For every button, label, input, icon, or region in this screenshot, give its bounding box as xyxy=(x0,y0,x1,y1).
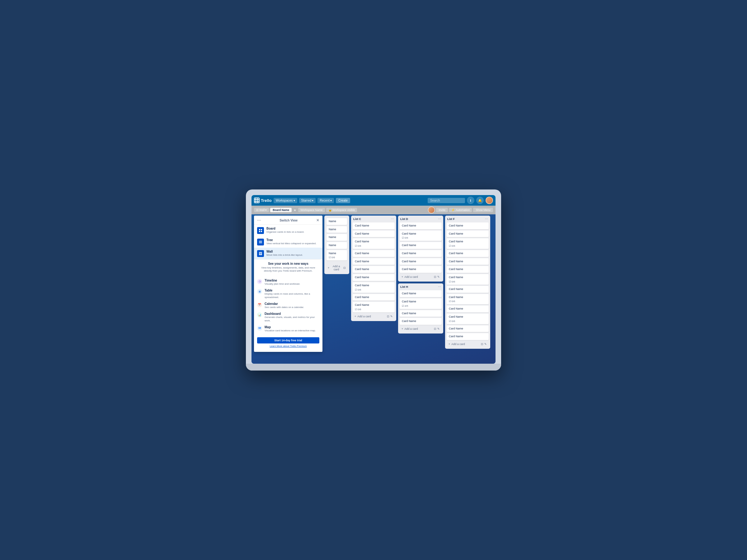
card[interactable]: Card Name xyxy=(447,266,489,273)
checklist-count: 0/6 xyxy=(332,256,335,259)
show-menu-button[interactable]: Show Menu xyxy=(473,208,493,212)
plus-icon: + xyxy=(355,315,356,318)
table-view-item[interactable]: ⊞ Table Display cards in rows and column… xyxy=(254,287,323,300)
checklist-icon: ☑ xyxy=(449,280,451,283)
card[interactable]: Card Name xyxy=(353,231,395,237)
svg-rect-7 xyxy=(259,252,262,253)
star-button[interactable]: ★ xyxy=(293,209,297,212)
view-wall-item[interactable]: Wall Move lists into a brick-like layout… xyxy=(254,248,323,259)
board-content: ⋯ Switch View ✕ Board xyxy=(252,214,495,364)
card[interactable]: Card Name xyxy=(400,310,442,317)
card[interactable]: Card Name xyxy=(400,242,442,249)
map-view-item[interactable]: 🗺 Map Visualize card locations on an int… xyxy=(254,324,323,334)
workspace-visible-button[interactable]: 🔒 Workspace visible xyxy=(326,208,357,212)
card[interactable]: Card Name xyxy=(447,231,489,237)
recent-button[interactable]: Recent ▾ xyxy=(317,198,334,203)
notification-button[interactable]: 🔔 xyxy=(476,196,484,204)
view-tree-item[interactable]: Tree View vertical list titles collapsed… xyxy=(254,236,323,248)
card[interactable]: Card Name xyxy=(400,318,442,325)
card[interactable]: Name xyxy=(327,234,347,241)
workspace-name-button[interactable]: Workspace Name xyxy=(298,208,325,212)
list-d-menu-button[interactable]: ⋯ xyxy=(438,217,441,220)
workspaces-button[interactable]: Workspaces ▾ xyxy=(274,198,297,203)
card[interactable]: Card Name ☑ 0/6 xyxy=(447,238,489,249)
card[interactable]: Card Name ☑ 0/6 xyxy=(400,231,442,241)
card[interactable]: Card Name xyxy=(447,250,489,257)
card[interactable]: Card Name ☑ 0/6 xyxy=(447,294,489,304)
card[interactable]: Card Name xyxy=(447,222,489,229)
automation-button[interactable]: ⚡ Automation xyxy=(449,208,472,212)
card[interactable]: Card Name xyxy=(447,286,489,293)
card[interactable]: Card Name xyxy=(400,290,442,297)
card-name: Name xyxy=(329,220,345,223)
add-card-button[interactable]: + Add a card ⊡ xyxy=(326,264,348,272)
list-h-menu-button[interactable]: ⋯ xyxy=(438,285,441,288)
card[interactable]: Name ☑ 0/6 xyxy=(327,250,347,261)
card[interactable]: Card Name xyxy=(353,222,395,229)
invite-button[interactable]: Invite xyxy=(436,208,448,212)
info-icon: ℹ xyxy=(470,199,471,202)
card[interactable]: Card Name xyxy=(353,294,395,301)
chevron-down-icon: ▾ xyxy=(265,209,267,212)
dashboard-text: Dashboard Generate charts, visuals, and … xyxy=(264,312,319,322)
card[interactable]: Name xyxy=(327,218,347,225)
dashboard-icon: 📊 xyxy=(257,312,262,317)
learn-more-link[interactable]: Learn More about Trello Premium xyxy=(257,345,319,348)
card[interactable]: Card Name xyxy=(400,266,442,273)
card[interactable]: Card Name xyxy=(400,222,442,229)
card[interactable]: Card Name xyxy=(353,274,395,281)
view-board-item[interactable]: Board Organize cards in lists on a board… xyxy=(254,224,323,236)
wall-view-button[interactable]: ⊟ Wall ▾ xyxy=(254,208,269,212)
wall-view-panel-icon xyxy=(257,250,264,257)
calendar-view-item[interactable]: 📅 Calendar See cards with dates on a cal… xyxy=(254,300,323,311)
card[interactable]: Card Name xyxy=(353,266,395,273)
card[interactable]: Card Name ☑ 0/6 xyxy=(353,238,395,249)
card-name: Name xyxy=(329,252,345,256)
board-name-button[interactable]: Board Name xyxy=(270,208,292,212)
switch-view-more-button[interactable]: ⋯ xyxy=(257,218,261,222)
add-card-button[interactable]: + Add a card ⊡ ✎ xyxy=(447,341,489,347)
card[interactable]: Card Name ☑ 0/6 xyxy=(353,282,395,293)
card[interactable]: Card Name xyxy=(447,258,489,265)
dashboard-view-item[interactable]: 📊 Dashboard Generate charts, visuals, an… xyxy=(254,311,323,324)
add-card-button[interactable]: + Add a card ⊡ ✎ xyxy=(353,314,395,319)
card-name: Card Name xyxy=(402,260,439,264)
card-checklist-badge: ☑ 0/6 xyxy=(355,244,361,247)
card[interactable]: Card Name xyxy=(447,333,489,340)
card[interactable]: Name xyxy=(327,242,347,249)
card[interactable]: Card Name ☑ 4/5 xyxy=(400,298,442,309)
add-card-label: Add a card xyxy=(331,265,342,271)
list-d-header: List D ⋯ xyxy=(400,217,442,220)
card[interactable]: Card Name xyxy=(353,258,395,265)
card-name: Card Name xyxy=(355,268,392,271)
user-avatar[interactable] xyxy=(486,196,493,204)
chevron-down-icon: ▾ xyxy=(312,199,313,202)
card[interactable]: Card Name xyxy=(400,250,442,257)
member-avatar[interactable] xyxy=(428,207,435,213)
card[interactable]: Card Name xyxy=(447,305,489,312)
card-name: Card Name xyxy=(402,232,439,236)
card[interactable]: Card Name ☑ 0/6 xyxy=(447,274,489,285)
card[interactable]: Card Name xyxy=(400,258,442,265)
card[interactable]: Card Name xyxy=(353,250,395,257)
timeline-view-item[interactable]: ◷ Timeline Visually plan time and worklo… xyxy=(254,277,323,287)
lock-icon: 🔒 xyxy=(328,209,332,212)
card[interactable]: Name xyxy=(327,226,347,233)
invite-label: Invite xyxy=(439,209,445,212)
list-c-menu-button[interactable]: ⋯ xyxy=(391,217,394,220)
switch-view-panel: ⋯ Switch View ✕ Board xyxy=(254,216,323,352)
start-trial-button[interactable]: Start 14-day free trial xyxy=(257,337,319,344)
list-c-header: List C ⋯ xyxy=(353,217,395,220)
card[interactable]: Card Name ☑ 0/6 xyxy=(447,314,489,324)
switch-view-close-button[interactable]: ✕ xyxy=(316,218,319,222)
card[interactable]: Card Name ☑ 0/6 xyxy=(353,302,395,312)
card[interactable]: Card Name xyxy=(447,325,489,332)
search-input[interactable] xyxy=(428,198,465,203)
list-f-menu-button[interactable]: ⋯ xyxy=(485,217,488,220)
card-name: Card Name xyxy=(402,244,439,247)
starred-button[interactable]: Starred ▾ xyxy=(299,198,316,203)
add-card-button[interactable]: + Add a card ⊡ ✎ xyxy=(400,326,442,331)
add-card-button[interactable]: + Add a card ⊡ ✎ xyxy=(400,274,442,280)
info-button[interactable]: ℹ xyxy=(467,196,474,204)
create-button[interactable]: Create xyxy=(336,198,350,203)
